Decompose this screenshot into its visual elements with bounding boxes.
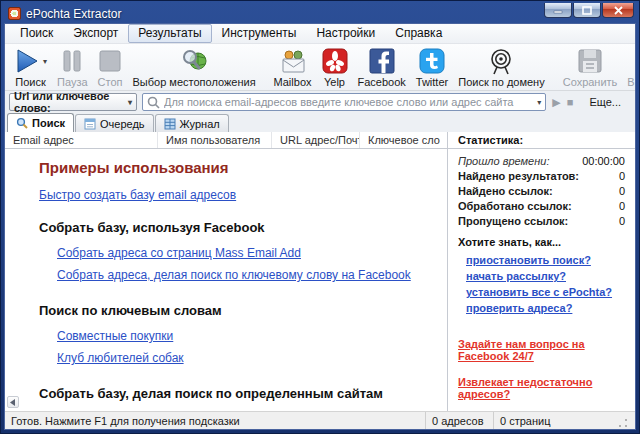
search-box: ▾: [142, 93, 546, 111]
toolbar-location-label: Выбор местоположения: [133, 76, 256, 88]
chevron-down-icon: ▾: [128, 98, 132, 107]
close-icon: [614, 6, 623, 15]
column-username[interactable]: Имя пользователя: [158, 132, 272, 148]
column-email[interactable]: Email адрес: [5, 132, 158, 148]
chevron-down-icon: ▾: [43, 57, 47, 66]
example-link-dog-club[interactable]: Клуб любителей собак: [57, 351, 184, 365]
toolbar-stop-button[interactable]: Стоп: [93, 46, 128, 89]
toolbar-domain-search-button[interactable]: Поиск по домену: [453, 46, 549, 89]
stat-results-found: Найдено результатов: 0: [448, 168, 635, 183]
menu-settings[interactable]: Настройки: [306, 24, 385, 43]
toolbar-clipboard-button[interactable]: В Буфер: [622, 46, 635, 89]
status-address-count: 0 адресов: [425, 412, 493, 429]
list-icon: [84, 118, 96, 130]
stop-search-mini-button[interactable]: ■: [567, 96, 574, 108]
toolbar-mailbox-button[interactable]: Mailbox: [269, 46, 317, 89]
status-bar: Готов. Нажмите F1 для получения подсказк…: [5, 411, 635, 429]
status-message: Готов. Нажмите F1 для получения подсказк…: [5, 412, 425, 429]
magnifier-icon: [16, 117, 28, 129]
stop-icon: [98, 49, 122, 73]
toolbar-twitter-label: Twitter: [416, 76, 448, 88]
statistics-panel: Статистика: Прошло времени: 00:00:00 Най…: [447, 132, 635, 411]
section-sites-heading: Собрать базу, делая поиск по определенны…: [39, 386, 447, 401]
save-floppy-icon: [577, 48, 603, 74]
maximize-button[interactable]: [573, 3, 601, 18]
stat-links-skipped: Пропущено ссылок: 0: [448, 213, 635, 228]
toolbar-stop-label: Стоп: [98, 76, 123, 88]
search-input[interactable]: [164, 96, 534, 108]
toolbar-search-label: Поиск: [15, 76, 45, 88]
howto-title: Хотите знать, как...: [448, 228, 635, 252]
location-globe-icon: [180, 48, 208, 74]
search-mode-value: Url или ключевое слово:: [14, 90, 125, 114]
play-icon: [14, 48, 40, 74]
table-icon: [164, 118, 176, 130]
toolbar-save-label: Сохранить: [563, 76, 618, 88]
toolbar-save-button[interactable]: Сохранить: [558, 46, 623, 89]
example-link-facebook-keyword[interactable]: Собрать адреса, делая поиск по ключевому…: [57, 268, 411, 282]
tab-journal[interactable]: Журнал: [155, 114, 229, 132]
example-link-mass-email-add[interactable]: Собрать адреса со страниц Mass Email Add: [57, 246, 301, 260]
minimize-button[interactable]: [544, 3, 572, 18]
yelp-icon: [322, 48, 348, 74]
tab-journal-label: Журнал: [180, 118, 220, 130]
section-facebook-heading: Собрать базу, используя Facebook: [39, 220, 447, 235]
title-bar: ePochta Extractor: [4, 4, 636, 23]
example-link-joint-purchases[interactable]: Совместные покупки: [57, 329, 173, 343]
more-options-link[interactable]: Еще...: [589, 96, 621, 108]
tab-queue[interactable]: Очередь: [75, 114, 154, 132]
chevron-down-icon: ▾: [537, 98, 541, 107]
howto-link-start-mailing[interactable]: начать рассылку?: [466, 270, 625, 282]
tab-strip: Поиск Очередь Журнал: [5, 113, 635, 132]
toolbar-facebook-button[interactable]: Facebook: [353, 46, 411, 89]
toolbar-pause-label: Пауза: [57, 76, 88, 88]
howto-link-pause-search[interactable]: приостановить поиск?: [466, 254, 625, 266]
toolbar-twitter-button[interactable]: Twitter: [411, 46, 453, 89]
promo-link-facebook-question[interactable]: Задайте нам вопрос на Facebook 24/7: [458, 338, 625, 362]
toolbar-mailbox-label: Mailbox: [274, 76, 312, 88]
scroll-left-button[interactable]: [7, 396, 19, 408]
section-keywords-heading: Поиск по ключевым словам: [39, 303, 447, 318]
toolbar-search-button[interactable]: ▾ Поиск: [9, 46, 52, 89]
start-search-mini-button[interactable]: ▶: [552, 96, 560, 109]
twitter-icon: [419, 48, 445, 74]
toolbar: ▾ Поиск Пауза Стоп: [5, 44, 635, 91]
stat-links-found: Найдено ссылок: 0: [448, 183, 635, 198]
example-link-quick-base[interactable]: Быстро создать базу email адресов: [39, 188, 236, 202]
search-row: Url или ключевое слово: ▾ ▾ ▶ ■ Еще...: [5, 91, 635, 113]
toolbar-yelp-button[interactable]: Yelp: [317, 46, 353, 89]
toolbar-location-button[interactable]: Выбор местоположения: [128, 46, 261, 89]
menu-help[interactable]: Справка: [385, 24, 452, 43]
minimize-icon: [553, 6, 563, 14]
menu-export[interactable]: Экспорт: [63, 24, 128, 43]
menu-tools[interactable]: Инструменты: [212, 24, 307, 43]
maximize-icon: [582, 6, 592, 15]
main-area: Email адрес Имя пользователя URL адрес/П…: [5, 132, 635, 411]
arrow-left-icon: [10, 399, 16, 406]
toolbar-pause-button[interactable]: Пауза: [52, 46, 93, 89]
menu-results[interactable]: Результаты: [128, 24, 211, 43]
app-icon: [8, 7, 21, 20]
mailbox-icon: [279, 48, 307, 74]
promo-link-not-enough-addresses[interactable]: Извлекает недостаточно адресов?: [458, 376, 625, 400]
statistics-title: Статистика:: [448, 132, 635, 149]
tab-search-label: Поиск: [32, 117, 65, 129]
examples-content: Примеры использования Быстро создать баз…: [5, 149, 447, 411]
results-pane: Email адрес Имя пользователя URL адрес/П…: [5, 132, 447, 411]
toolbar-facebook-label: Facebook: [358, 76, 406, 88]
search-icon: [147, 96, 160, 109]
menu-search[interactable]: Поиск: [10, 24, 63, 43]
column-keyword[interactable]: Ключевое сло: [360, 132, 447, 148]
column-url[interactable]: URL адрес/Почтовый я...: [272, 132, 360, 148]
toolbar-domain-search-label: Поиск по домену: [458, 76, 544, 88]
close-button[interactable]: [602, 3, 634, 18]
resize-grip[interactable]: [617, 417, 629, 429]
domain-target-icon: [487, 48, 515, 75]
tab-search[interactable]: Поиск: [7, 113, 74, 132]
search-mode-select[interactable]: Url или ключевое слово: ▾: [9, 93, 137, 111]
howto-link-verify-addresses[interactable]: проверить адреса?: [466, 302, 625, 314]
tab-queue-label: Очередь: [100, 118, 145, 130]
stat-elapsed-time: Прошло времени: 00:00:00: [448, 153, 635, 168]
status-page-count: 0 страниц: [493, 412, 635, 429]
howto-link-install-epochta[interactable]: установить все с ePochta?: [466, 286, 625, 298]
